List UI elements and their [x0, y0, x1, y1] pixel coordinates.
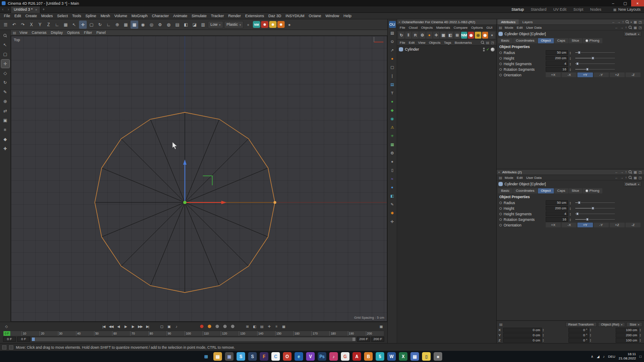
rotation-field[interactable]: 0 ° [568, 328, 589, 332]
corner-icon[interactable]: ◳ [638, 176, 642, 180]
up-icon[interactable]: ↑ [625, 170, 627, 174]
toolbar-menu-icon[interactable]: ☰ [2, 21, 9, 29]
animation-dot-icon[interactable] [499, 68, 502, 71]
spinner-icon[interactable] [570, 51, 572, 54]
new-document-tab-button[interactable]: + [40, 7, 47, 12]
current-frame-field[interactable]: 0 F [17, 337, 30, 342]
text-tool-icon[interactable]: T [389, 90, 396, 97]
radius-slider[interactable] [575, 50, 615, 55]
firefox-icon[interactable]: F [260, 352, 268, 361]
add-primitive-icon[interactable]: ✚ [1, 145, 9, 153]
range-handle-left[interactable] [32, 338, 35, 341]
radius-slider[interactable] [575, 200, 615, 205]
spinner-icon[interactable] [570, 212, 572, 216]
spinner-icon[interactable] [570, 57, 572, 60]
tab-caps[interactable]: Caps [554, 188, 568, 193]
search-icon[interactable] [629, 176, 632, 179]
search-icon[interactable] [626, 20, 629, 24]
document-tab[interactable]: Untitled 3 * × [11, 6, 40, 13]
close-icon[interactable]: × [398, 20, 401, 24]
interactive-render-icon[interactable]: ◍ [165, 21, 173, 29]
maximize-button[interactable]: ▢ [619, 0, 631, 6]
redo-icon[interactable]: ↷ [19, 21, 27, 29]
octane-menu-options[interactable]: Options [469, 26, 485, 30]
motion-system-icon[interactable]: ✛ [266, 323, 272, 329]
new-layouts-button[interactable]: ▦ New Layouts [613, 7, 641, 12]
rotation-segments-field[interactable]: 16 [546, 67, 568, 72]
om-menu-view[interactable]: View [416, 41, 427, 45]
octane-ball-icon[interactable]: ● [389, 55, 396, 62]
volume-icon[interactable]: ♪ [603, 355, 605, 359]
phong-tag-icon[interactable] [491, 48, 495, 51]
octane-ou-icon[interactable]: OU [389, 21, 396, 28]
render-settings-icon[interactable]: ⚙ [156, 21, 164, 29]
snap-settings-icon[interactable]: ▦ [122, 21, 130, 29]
adobe-icon[interactable]: A [352, 352, 361, 361]
orient-minus-x[interactable]: -X [562, 223, 577, 227]
vp-menu-filter[interactable]: Filter [82, 30, 94, 35]
vp-menu-options[interactable]: Options [65, 30, 82, 35]
spinner-icon[interactable] [590, 328, 592, 332]
orient-minus-x[interactable]: -X [562, 72, 577, 77]
layers-icon[interactable]: ≡ [1, 126, 9, 134]
record-position-toggle[interactable] [200, 324, 204, 329]
warning-icon[interactable]: ⚠ [389, 124, 396, 131]
menu-octane[interactable]: Octane [307, 14, 323, 18]
spinner-icon[interactable] [570, 201, 572, 205]
pause-render-icon[interactable]: ‖ [405, 32, 411, 39]
square-icon[interactable]: ▢ [389, 64, 396, 71]
coordinate-mode-dropdown[interactable]: Object (Rel) [598, 322, 626, 327]
animation-dot-icon[interactable] [499, 63, 502, 65]
attr-menu-user-data[interactable]: User Data [524, 176, 543, 180]
range-end-field[interactable]: 200 F [357, 337, 370, 342]
last-tool-icon[interactable]: ∟ [105, 21, 112, 29]
layout-nodes[interactable]: Nodes [590, 7, 601, 12]
green-sphere-icon[interactable]: ● [389, 98, 396, 105]
timeline-marker-icon[interactable]: ◇ [3, 323, 9, 329]
tab-coordinates[interactable]: Coordinates [513, 38, 538, 43]
app-icon[interactable]: ■ [434, 352, 442, 361]
orient-minus-y[interactable]: -Y [594, 72, 609, 77]
export-icon[interactable]: ↗ [389, 47, 396, 54]
grid-icon[interactable]: ▦ [634, 26, 637, 30]
spinner-icon[interactable] [640, 333, 642, 337]
goto-end-button[interactable]: ▶| [144, 323, 151, 329]
height-field[interactable]: 200 cm [546, 206, 568, 211]
menu-select[interactable]: Select [55, 14, 70, 18]
range-handle-right[interactable] [352, 338, 355, 341]
tray-chevron-icon[interactable]: ∧ [591, 355, 593, 359]
green-diamond-icon[interactable]: ◆ [389, 107, 396, 114]
nav-forward-icon[interactable]: › [6, 7, 11, 12]
attr-menu-edit[interactable]: Edit [515, 176, 525, 180]
vp-menu-panel[interactable]: Panel [94, 30, 108, 35]
preview-range-slider[interactable] [31, 337, 356, 342]
render-picture-viewer-icon[interactable]: ◎ [148, 21, 155, 29]
grid-icon[interactable]: ▦ [634, 20, 637, 24]
menu-edit[interactable]: Edit [12, 14, 24, 18]
rotate-tool-icon[interactable]: ↻ [96, 21, 104, 29]
height-segments-field[interactable]: 4 [546, 61, 568, 66]
autokey-icon[interactable]: ▣ [166, 323, 172, 329]
size-field[interactable]: 100 cm [616, 328, 639, 332]
record-pla-toggle[interactable] [231, 324, 235, 329]
lock-icon[interactable]: ▪ [631, 20, 632, 24]
om-menu-objects[interactable]: Objects [427, 41, 442, 45]
clock[interactable]: 16:11 21.08.2022 [619, 352, 636, 361]
orient-plus-z[interactable]: +Z [610, 72, 625, 77]
spinner-icon[interactable] [570, 62, 572, 66]
target-icon[interactable]: ⊙ [389, 38, 396, 45]
red-plugin-badge[interactable]: ◉ [261, 21, 268, 28]
blue-dot-icon[interactable]: ● [389, 184, 396, 191]
back-icon[interactable]: ← [612, 20, 615, 24]
timeline-window-icon[interactable]: ▤ [258, 323, 265, 329]
minimize-button[interactable]: – [607, 0, 619, 6]
back-icon[interactable]: ← [615, 176, 618, 180]
orient-plus-x[interactable]: +X [546, 223, 561, 227]
tab-basic[interactable]: Basic [498, 188, 513, 193]
spinner-icon[interactable] [570, 207, 572, 210]
om-menu-file[interactable]: File [398, 41, 407, 45]
attr-menu-user-data[interactable]: User Data [524, 26, 543, 30]
previous-key-button[interactable]: ◀◀ [108, 323, 114, 329]
spinner-icon[interactable] [570, 218, 572, 221]
curve-icon[interactable]: ≈ [389, 175, 396, 182]
